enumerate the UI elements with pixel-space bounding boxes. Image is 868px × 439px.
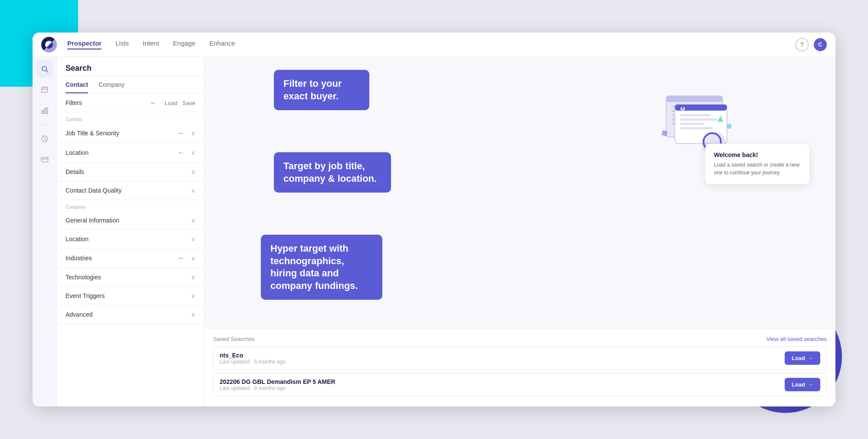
data-quality-chevron: ∨ <box>191 187 195 194</box>
contact-location-chevron: ∨ <box>191 149 195 156</box>
page-title: Search <box>57 57 204 77</box>
sidebar-icon-contacts[interactable] <box>36 81 53 98</box>
filter-technologies-label: Technologies <box>66 274 101 281</box>
saved-search-info-1: nts_Eco Last updated · 5 months ago <box>220 352 286 365</box>
filter-technologies[interactable]: Technologies ∨ <box>57 268 204 287</box>
load-search-2-label: Load <box>792 381 805 388</box>
filter-details-label: Details <box>66 168 84 175</box>
svg-point-26 <box>682 107 684 109</box>
filter-contact-location[interactable]: Location ← ∨ <box>57 143 204 163</box>
logo-inner <box>45 41 53 49</box>
sidebar-icon-chart[interactable] <box>36 102 53 119</box>
tooltip-target-job: Target by job title, company & location. <box>274 152 391 193</box>
details-chevron: ∨ <box>191 168 195 175</box>
filter-company-location-label: Location <box>66 236 89 242</box>
welcome-card: Welcome back! Load a saved search or cre… <box>705 144 809 184</box>
load-arrow-icon-2: → <box>808 381 813 388</box>
saved-search-item-1: nts_Eco Last updated · 5 months ago Load… <box>213 347 827 370</box>
filter-details[interactable]: Details ∨ <box>57 163 204 181</box>
saved-searches-header: Saved Searches View all saved searches <box>213 336 827 342</box>
filter-event-triggers-label: Event Triggers <box>66 292 105 299</box>
welcome-title: Welcome back! <box>714 151 801 158</box>
filter-company-location[interactable]: Location ∨ <box>57 230 204 249</box>
load-search-2-button[interactable]: Load → <box>785 378 820 391</box>
nav-tabs: Prospector Lists Intent Engage Enhance <box>67 39 796 49</box>
filter-industries-label: Industries <box>66 255 92 262</box>
load-search-1-label: Load <box>792 355 805 361</box>
filter-industries[interactable]: Industries ← ∨ <box>57 249 204 268</box>
svg-rect-13 <box>666 96 723 102</box>
svg-rect-21 <box>680 114 710 116</box>
svg-rect-10 <box>41 157 48 162</box>
filters-label: Filters <box>66 99 82 106</box>
sidebar-icon-card[interactable] <box>36 151 53 168</box>
saved-searches-area: Saved Searches View all saved searches n… <box>204 328 835 406</box>
general-info-chevron: ∨ <box>191 217 195 224</box>
filter-data-quality[interactable]: Contact Data Quality ∨ <box>57 181 204 200</box>
tooltip-filter-buyer: Filter to your exact buyer. <box>274 70 369 110</box>
tab-contact[interactable]: Contact <box>66 77 88 93</box>
svg-rect-8 <box>46 108 47 114</box>
filter-job-title[interactable]: Job Title & Seniority ← ∨ <box>57 124 204 143</box>
job-title-arrow-icon: ← <box>178 129 185 137</box>
svg-rect-6 <box>42 111 43 114</box>
filter-contact-location-label: Location <box>66 149 89 156</box>
nav-actions: ? C <box>796 38 827 51</box>
view-all-saved-searches[interactable]: View all saved searches <box>766 336 827 342</box>
nav-tab-prospector[interactable]: Prospector <box>67 39 102 49</box>
industries-arrow-icon: ← <box>178 254 185 262</box>
filter-advanced[interactable]: Advanced ∨ <box>57 305 204 324</box>
app-logo[interactable] <box>41 37 57 52</box>
event-triggers-chevron: ∨ <box>191 292 195 299</box>
svg-line-1 <box>46 70 48 72</box>
main-area: Search Contact Company Filters ← Load Sa… <box>33 57 835 406</box>
svg-rect-2 <box>42 87 48 92</box>
filter-general-info-label: General Information <box>66 217 119 224</box>
tab-company[interactable]: Company <box>99 77 125 93</box>
filters-row: Filters ← Load Save <box>57 94 204 112</box>
sidebar-divider <box>39 124 51 125</box>
filter-general-info[interactable]: General Information ∨ <box>57 211 204 230</box>
content-area: Filter to your exact buyer. Target by jo… <box>204 57 835 406</box>
icon-sidebar <box>33 57 57 406</box>
svg-rect-7 <box>44 109 45 114</box>
contact-section-label: Contact <box>57 112 204 124</box>
job-title-chevron: ∨ <box>191 130 195 137</box>
filters-actions: ← Load Save <box>150 99 195 107</box>
nav-tab-lists[interactable]: Lists <box>115 39 129 49</box>
filter-job-title-label: Job Title & Seniority <box>66 130 119 137</box>
svg-rect-22 <box>680 118 717 121</box>
contact-company-tabs: Contact Company <box>57 77 204 94</box>
industries-chevron: ∨ <box>191 255 195 262</box>
svg-rect-24 <box>680 127 713 129</box>
filter-panel: Search Contact Company Filters ← Load Sa… <box>57 57 204 406</box>
filter-event-triggers[interactable]: Event Triggers ∨ <box>57 287 204 305</box>
saved-search-name-2: 202206 DG GBL Demandism EP 5 AMER <box>220 378 335 385</box>
tooltip-3-text: Hyper target with technographics, hiring… <box>270 243 358 291</box>
load-arrow-icon-1: → <box>808 355 813 361</box>
sidebar-icon-history[interactable] <box>36 130 53 147</box>
filters-arrow-icon: ← <box>150 99 157 107</box>
filter-advanced-label: Advanced <box>66 311 92 318</box>
load-search-1-button[interactable]: Load → <box>785 351 820 365</box>
nav-tab-enhance[interactable]: Enhance <box>209 39 235 49</box>
nav-tab-intent[interactable]: Intent <box>143 39 159 49</box>
saved-search-item-2: 202206 DG GBL Demandism EP 5 AMER Last u… <box>213 373 827 396</box>
saved-search-meta-1: Last updated · 5 months ago <box>220 359 286 365</box>
filter-data-quality-label: Contact Data Quality <box>66 187 122 194</box>
tooltip-hyper-target: Hyper target with technographics, hiring… <box>261 235 382 300</box>
saved-searches-label: Saved Searches <box>213 336 254 342</box>
load-button[interactable]: Load <box>164 100 177 106</box>
contact-location-arrow-icon: ← <box>178 149 185 157</box>
welcome-text: Load a saved search or create a new one … <box>714 161 801 177</box>
company-section-label: Company <box>57 200 204 211</box>
save-button[interactable]: Save <box>182 100 195 106</box>
saved-search-name-1: nts_Eco <box>220 352 286 359</box>
user-avatar[interactable]: C <box>814 38 827 51</box>
advanced-chevron: ∨ <box>191 311 195 318</box>
nav-tab-engage[interactable]: Engage <box>173 39 196 49</box>
saved-search-info-2: 202206 DG GBL Demandism EP 5 AMER Last u… <box>220 378 335 391</box>
sidebar-icon-search[interactable] <box>36 60 53 78</box>
help-button[interactable]: ? <box>796 38 809 51</box>
browser-window: Prospector Lists Intent Engage Enhance ?… <box>33 33 835 406</box>
